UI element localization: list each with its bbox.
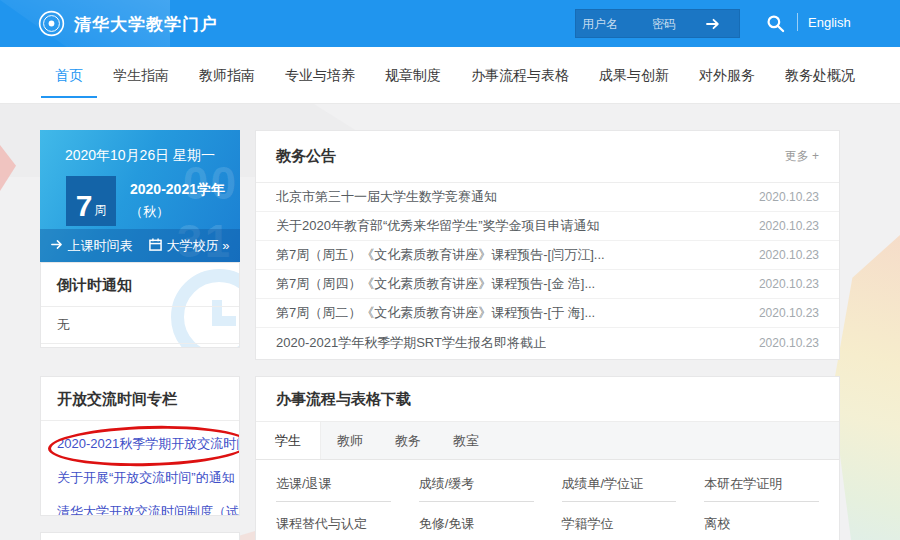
download-links-grid: 选课/退课成绩/缓考成绩单/学位证本研在学证明课程替代与认定免修/免课学籍学位离… <box>256 460 839 540</box>
header-divider <box>797 13 798 31</box>
announcement-date: 2020.10.23 <box>759 336 819 350</box>
downloads-tab[interactable]: 教室 <box>437 422 495 459</box>
more-link[interactable]: 更多 + <box>785 148 819 165</box>
download-link[interactable]: 免修/免课 <box>419 515 534 540</box>
login-submit-button[interactable] <box>704 18 722 30</box>
term-season: （秋） <box>130 203 225 221</box>
announcements-title: 教务公告 <box>276 147 336 166</box>
english-link[interactable]: English <box>808 15 851 30</box>
announcement-link[interactable]: 第7周（周二）《文化素质教育讲座》课程预告-[于 海]... <box>276 304 595 322</box>
downloads-tabs: 学生教师教务教室 <box>256 422 839 460</box>
download-link[interactable]: 离校 <box>704 515 819 540</box>
countdown-panel: 倒计时通知 无 <box>40 262 240 348</box>
announcement-row: 第7周（周二）《文化素质教育讲座》课程预告-[于 海]... 2020.10.2… <box>256 299 839 328</box>
nav-item[interactable]: 教师指南 <box>199 47 255 103</box>
downloads-title: 办事流程与表格下载 <box>276 390 411 409</box>
arrow-right-icon <box>706 18 720 33</box>
university-calendar-link[interactable]: 大学校历 » <box>149 237 230 255</box>
portal-title: 清华大学教学门户 <box>74 13 218 36</box>
downloads-tab[interactable]: 教师 <box>321 422 379 459</box>
announcement-row: 第7周（周五）《文化素质教育讲座》课程预告-[闫万江]... 2020.10.2… <box>256 241 839 270</box>
announcement-link[interactable]: 第7周（周五）《文化素质教育讲座》课程预告-[闫万江]... <box>276 246 605 264</box>
announcement-date: 2020.10.23 <box>759 219 819 233</box>
username-input[interactable] <box>582 17 652 31</box>
week-number: 7 <box>76 193 93 219</box>
announcement-date: 2020.10.23 <box>759 190 819 204</box>
open-hours-link[interactable]: 关于开展“开放交流时间”的通知 <box>57 469 223 487</box>
announcement-row: 2020-2021学年秋季学期SRT学生报名即将截止 2020.10.23 <box>256 328 839 357</box>
arrow-right-icon <box>51 238 63 253</box>
partial-panel <box>40 532 240 540</box>
announcement-row: 北京市第三十一届大学生数学竞赛通知 2020.10.23 <box>256 183 839 212</box>
left-column: 00 31 2020年10月26日 星期一 7 周 2020-2021学年 （秋… <box>40 130 240 540</box>
countdown-empty-text: 无 <box>41 307 239 344</box>
nav-item[interactable]: 对外服务 <box>699 47 755 103</box>
search-icon[interactable] <box>766 14 785 33</box>
downloads-tab[interactable]: 教务 <box>379 422 437 459</box>
password-input[interactable] <box>652 17 704 31</box>
download-link[interactable]: 课程替代与认定 <box>276 515 391 540</box>
announcement-date: 2020.10.23 <box>759 248 819 262</box>
announcement-row: 关于2020年教育部“优秀来华留学生”奖学金项目申请通知 2020.10.23 <box>256 212 839 241</box>
announcement-row: 第7周（周四）《文化素质教育讲座》课程预告-[金 浩]... 2020.10.2… <box>256 270 839 299</box>
login-box <box>575 9 740 38</box>
calendar-date: 2020年10月26日 星期一 <box>40 147 240 165</box>
open-hours-title: 开放交流时间专栏 <box>41 377 239 421</box>
nav-item[interactable]: 成果与创新 <box>599 47 669 103</box>
nav-item[interactable]: 教务处概况 <box>785 47 855 103</box>
open-hours-panel: 开放交流时间专栏 2020-2021秋季学期开放交流时间关于开展“开放交流时间”… <box>40 376 240 516</box>
download-link[interactable]: 选课/退课 <box>276 475 391 502</box>
announcement-link[interactable]: 关于2020年教育部“优秀来华留学生”奖学金项目申请通知 <box>276 217 600 235</box>
term-year: 2020-2021学年 <box>130 181 225 199</box>
downloads-panel: 办事流程与表格下载 学生教师教务教室 选课/退课成绩/缓考成绩单/学位证本研在学… <box>255 376 840 540</box>
announcements-panel: 教务公告 更多 + 北京市第三十一届大学生数学竞赛通知 2020.10.23 关… <box>255 130 840 360</box>
open-hours-link[interactable]: 清华大学开放交流时间制度（试行） <box>57 503 223 516</box>
countdown-title: 倒计时通知 <box>41 263 239 307</box>
calendar-icon <box>149 238 162 254</box>
right-column: 教务公告 更多 + 北京市第三十一届大学生数学竞赛通知 2020.10.23 关… <box>255 130 840 540</box>
calendar-widget: 00 31 2020年10月26日 星期一 7 周 2020-2021学年 （秋… <box>40 130 240 262</box>
announcement-date: 2020.10.23 <box>759 306 819 320</box>
download-link[interactable]: 本研在学证明 <box>704 475 819 502</box>
announcement-date: 2020.10.23 <box>759 277 819 291</box>
announcement-link[interactable]: 第7周（周四）《文化素质教育讲座》课程预告-[金 浩]... <box>276 275 595 293</box>
calendar-footer: 上课时间表 大学校历 » <box>40 229 240 262</box>
announcement-link[interactable]: 北京市第三十一届大学生数学竞赛通知 <box>276 188 497 206</box>
downloads-tab[interactable]: 学生 <box>256 422 321 459</box>
week-unit: 周 <box>94 202 106 219</box>
announcement-list: 北京市第三十一届大学生数学竞赛通知 2020.10.23 关于2020年教育部“… <box>256 183 839 357</box>
open-hours-link[interactable]: 2020-2021秋季学期开放交流时间 <box>57 435 223 453</box>
download-link[interactable]: 学籍学位 <box>562 515 677 540</box>
download-link[interactable]: 成绩单/学位证 <box>562 475 677 502</box>
timetable-link[interactable]: 上课时间表 <box>51 237 133 255</box>
week-number-box: 7 周 <box>66 176 116 226</box>
download-link[interactable]: 成绩/缓考 <box>419 475 534 502</box>
app-header: 清华大学教学门户 English <box>0 0 900 47</box>
nav-item[interactable]: 办事流程与表格 <box>471 47 569 103</box>
background-decoration <box>832 235 900 540</box>
nav-item[interactable]: 规章制度 <box>385 47 441 103</box>
nav-item[interactable]: 专业与培养 <box>285 47 355 103</box>
page: 清华大学教学门户 English 首页学生指南教师指南专业与培养规章制度办事流程… <box>0 0 900 540</box>
university-logo-icon <box>38 10 65 41</box>
announcement-link[interactable]: 2020-2021学年秋季学期SRT学生报名即将截止 <box>276 334 546 352</box>
